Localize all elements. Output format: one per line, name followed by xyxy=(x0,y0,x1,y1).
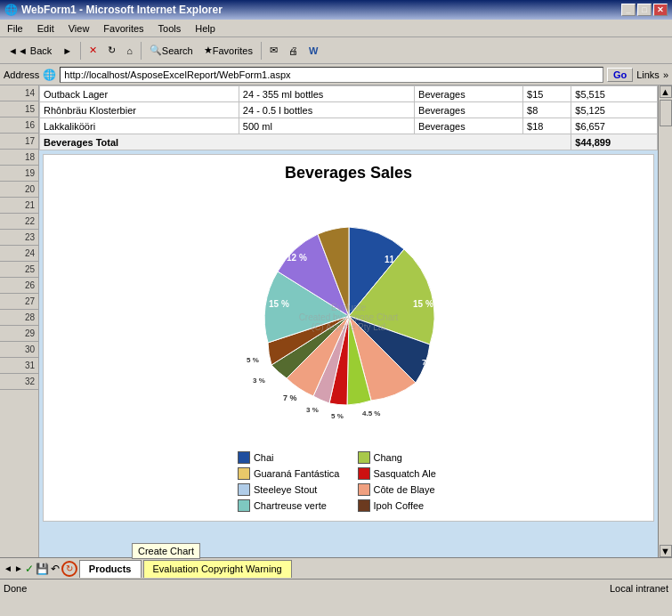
cell-total: $5,515 xyxy=(571,86,658,102)
svg-text:5 %: 5 % xyxy=(331,412,344,420)
home-button[interactable]: ⌂ xyxy=(122,40,137,61)
circle-arrow-icon: ↻ xyxy=(66,563,73,573)
menu-view[interactable]: View xyxy=(65,22,93,35)
title-bar: 🌐 WebForm1 - Microsoft Internet Explorer… xyxy=(0,0,672,20)
legend-item-chai: Chai xyxy=(238,451,340,464)
scroll-track[interactable] xyxy=(660,98,672,545)
row-31: 31 xyxy=(0,358,38,374)
cell-unit: 24 - 355 ml bottles xyxy=(239,86,414,102)
row-19: 19 xyxy=(0,166,38,182)
cell-unit: 500 ml xyxy=(239,118,414,134)
legend-label-cote: Côte de Blaye xyxy=(374,484,435,495)
nav-circle-icon[interactable]: ↻ xyxy=(61,561,77,577)
svg-text:3 %: 3 % xyxy=(306,406,319,414)
svg-text:15 %: 15 % xyxy=(269,299,289,309)
menu-help[interactable]: Help xyxy=(191,22,219,35)
nav-prev-button[interactable]: ◄ xyxy=(4,563,12,573)
scroll-down-button[interactable]: ▼ xyxy=(660,545,672,557)
legend-label-ipoh: Ipoh Coffee xyxy=(374,500,425,511)
star-icon: ★ xyxy=(204,45,213,56)
chart-title: Beverages Sales xyxy=(285,164,412,182)
vertical-scrollbar[interactable]: ▲ ▼ xyxy=(658,85,672,557)
svg-text:4.5 %: 4.5 % xyxy=(362,409,380,417)
menu-bar: File Edit View Favorites Tools Help xyxy=(0,20,672,37)
legend-label-guarana: Guaraná Fantástica xyxy=(254,468,340,479)
legend-color-chartreuse xyxy=(238,499,250,512)
scroll-thumb[interactable] xyxy=(660,100,672,126)
bottom-bar: Done Local intranet xyxy=(0,579,672,596)
row-15: 15 xyxy=(0,101,38,118)
cell-product: Lakkalikööri xyxy=(40,118,239,134)
cell-category: Beverages xyxy=(415,118,523,134)
home-icon: ⌂ xyxy=(126,45,133,56)
forward-button[interactable]: ► xyxy=(58,40,77,61)
undo-icon: ↶ xyxy=(51,563,60,575)
row-26: 26 xyxy=(0,278,38,294)
row-18: 18 xyxy=(0,150,38,166)
favorites-button[interactable]: ★ Favorites xyxy=(199,40,257,61)
toolbar: ◄ ◄ Back ► ✕ ↻ ⌂ 🔍 Search ★ Favorites ✉ … xyxy=(0,37,672,64)
search-button[interactable]: 🔍 Search xyxy=(145,40,198,61)
back-button[interactable]: ◄ ◄ Back xyxy=(4,40,56,61)
go-button[interactable]: Go xyxy=(607,68,633,82)
legend-item-ipoh: Ipoh Coffee xyxy=(358,499,460,512)
maximize-button[interactable]: □ xyxy=(637,4,652,16)
menu-edit[interactable]: Edit xyxy=(34,22,58,35)
minimize-button[interactable]: _ xyxy=(621,4,636,16)
stop-button[interactable]: ✕ xyxy=(85,40,101,61)
toolbar-separator-3 xyxy=(261,42,262,60)
cell-total: $6,657 xyxy=(571,118,658,134)
mail-icon: ✉ xyxy=(270,45,278,56)
refresh-button[interactable]: ↻ xyxy=(103,40,120,61)
status-bar: ◄ ► ✓ 💾 ↶ ↻ Products Evaluation Copyrigh… xyxy=(0,557,672,579)
cell-product: Rhônbräu Klosterbier xyxy=(40,102,239,118)
tab-warning[interactable]: Evaluation Copyright Warning xyxy=(143,560,292,578)
svg-text:12 %: 12 % xyxy=(287,253,307,263)
table-row-total: Beverages Total $44,899 xyxy=(40,134,658,150)
address-icon: 🌐 xyxy=(43,69,56,81)
print-button[interactable]: 🖨 xyxy=(284,40,303,61)
mail-button[interactable]: ✉ xyxy=(265,40,282,61)
row-25: 25 xyxy=(0,262,38,278)
nav-next-button[interactable]: ► xyxy=(14,563,23,573)
row-29: 29 xyxy=(0,326,38,342)
svg-text:7 %: 7 % xyxy=(283,393,297,402)
close-button[interactable]: ✕ xyxy=(653,4,668,16)
toolbar-separator-1 xyxy=(80,42,81,60)
sheet-area: Outback Lager 24 - 355 ml bottles Bevera… xyxy=(39,85,658,557)
row-27: 27 xyxy=(0,294,38,310)
stop-icon: ✕ xyxy=(89,45,97,56)
legend-item-guarana: Guaraná Fantástica xyxy=(238,467,340,480)
row-28: 28 xyxy=(0,310,38,326)
word-button[interactable]: W xyxy=(304,40,322,61)
content-area: 14 15 16 17 18 19 20 21 22 23 24 25 26 2… xyxy=(0,85,672,557)
zone-label: Local intranet xyxy=(610,583,668,594)
row-21: 21 xyxy=(0,198,38,214)
cell-grand-total: $44,899 xyxy=(571,134,658,150)
menu-file[interactable]: File xyxy=(4,22,27,35)
row-17: 17 xyxy=(0,134,38,150)
address-label: Address xyxy=(4,69,39,80)
menu-favorites[interactable]: Favorites xyxy=(100,22,147,35)
legend-item-chartreuse: Chartreuse verte xyxy=(238,499,340,512)
row-22: 22 xyxy=(0,214,38,230)
address-input[interactable] xyxy=(60,67,603,83)
window-icon: 🌐 xyxy=(4,4,18,16)
tab-products[interactable]: Products xyxy=(79,560,142,578)
print-icon: 🖨 xyxy=(288,45,298,56)
legend-color-chang xyxy=(358,451,370,464)
pie-chart-wrapper: 11 % 15 % 7 % 10 % 4.5 % 5 % xyxy=(198,191,500,442)
chart-container: Beverages Sales 11 % 15 % 7 % 10 % xyxy=(43,154,654,522)
scroll-up-button[interactable]: ▲ xyxy=(660,85,672,98)
row-24: 24 xyxy=(0,246,38,262)
legend-label-chai: Chai xyxy=(254,452,274,463)
legend-color-ipoh xyxy=(358,499,370,512)
save-icon: 💾 xyxy=(36,563,49,575)
chart-legend: Chai Chang Guaraná Fantástica Sasquatch … xyxy=(238,451,459,512)
row-numbers: 14 15 16 17 18 19 20 21 22 23 24 25 26 2… xyxy=(0,85,39,557)
search-icon: 🔍 xyxy=(150,45,162,56)
check-icon: ✓ xyxy=(25,563,34,575)
cell-category: Beverages xyxy=(415,86,523,102)
legend-label-steeleye: Steeleye Stout xyxy=(254,484,318,495)
menu-tools[interactable]: Tools xyxy=(155,22,185,35)
